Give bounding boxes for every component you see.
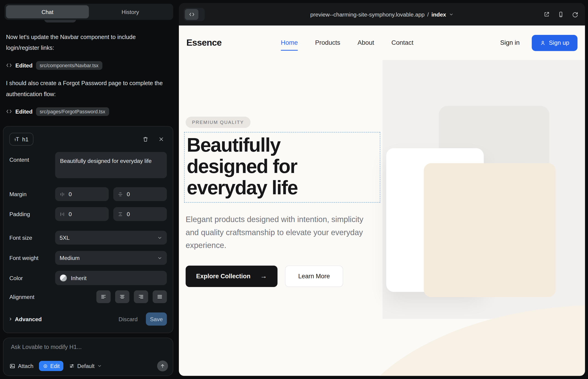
- font-weight-label: Font weight: [9, 255, 55, 261]
- explore-collection-button[interactable]: Explore Collection →: [186, 266, 278, 287]
- file-chip[interactable]: src/pages/ForgotPassword.tsx: [36, 107, 109, 116]
- alignment-label: Alignment: [9, 294, 55, 300]
- edited-file-row: Edited src/pages/ForgotPassword.tsx: [6, 106, 109, 117]
- edit-mode-button[interactable]: Edit: [39, 361, 63, 371]
- send-button[interactable]: [157, 360, 168, 371]
- mobile-view-icon[interactable]: [558, 11, 564, 17]
- hero-subtext: Elegant products designed with intention…: [186, 213, 369, 252]
- nav-link-about[interactable]: About: [357, 39, 374, 47]
- margin-horizontal-input[interactable]: 0: [55, 187, 109, 201]
- preview-frame: preview--charming-site-symphony.lovable.…: [179, 3, 585, 376]
- selected-element-outline[interactable]: Beautifully designed for everyday life: [184, 132, 380, 203]
- advanced-toggle[interactable]: › Advanced: [9, 315, 42, 323]
- decorative-card-beige: [424, 163, 556, 297]
- chat-panel: Chat History Now let's update the Navbar…: [0, 0, 179, 379]
- close-editor-button[interactable]: [156, 134, 167, 145]
- tab-history[interactable]: History: [89, 5, 172, 18]
- padding-horizontal-icon: [60, 211, 65, 217]
- site-navbar: Essence Home Products About Contact Sign…: [179, 25, 585, 60]
- code-icon: [6, 62, 12, 68]
- chat-message: I should also create a Forgot Password p…: [6, 78, 164, 99]
- url-separator: /: [427, 11, 429, 17]
- nav-link-contact[interactable]: Contact: [391, 39, 414, 47]
- app-window: Chat History Now let's update the Navbar…: [0, 0, 588, 379]
- learn-more-button[interactable]: Learn More: [285, 266, 343, 287]
- font-size-label: Font size: [9, 235, 55, 241]
- browser-bar: preview--charming-site-symphony.lovable.…: [179, 3, 585, 25]
- align-justify-button[interactable]: [153, 290, 167, 303]
- default-model-button[interactable]: Default: [69, 363, 102, 369]
- sign-in-link[interactable]: Sign in: [500, 39, 520, 47]
- code-icon: [6, 109, 12, 114]
- edited-label: Edited: [15, 108, 32, 115]
- chevron-down-icon: [157, 235, 162, 240]
- chat-composer: Attach Edit Default: [3, 338, 173, 376]
- composer-input[interactable]: [10, 343, 166, 351]
- refresh-icon[interactable]: [572, 11, 578, 17]
- padding-horizontal-input[interactable]: 0: [55, 207, 109, 221]
- margin-label: Margin: [9, 191, 55, 197]
- chevron-down-icon: [97, 364, 102, 368]
- padding-vertical-icon: [118, 211, 123, 217]
- element-tag-label: h1: [22, 136, 29, 142]
- edited-file-row: Edited src/components/Navbar.tsx: [6, 60, 102, 71]
- hero-headline[interactable]: Beautifully designed for everyday life: [185, 132, 329, 198]
- font-size-select[interactable]: 5XL: [55, 231, 167, 245]
- chevron-down-icon: [157, 255, 162, 261]
- margin-vertical-icon: [118, 191, 123, 197]
- premium-quality-badge: PREMIUM QUALITY: [186, 117, 250, 128]
- code-icon: [185, 9, 198, 20]
- discard-button[interactable]: Discard: [119, 316, 138, 322]
- margin-vertical-input[interactable]: 0: [113, 187, 167, 201]
- open-in-new-tab-icon[interactable]: [543, 11, 550, 17]
- arrow-right-icon: →: [260, 272, 267, 280]
- person-icon: [540, 40, 546, 46]
- element-tag-pill[interactable]: тT h1: [9, 133, 33, 146]
- preview-url: preview--charming-site-symphony.lovable.…: [310, 11, 425, 17]
- attach-button[interactable]: Attach: [9, 363, 33, 369]
- site-logo[interactable]: Essence: [186, 38, 222, 48]
- sliders-icon: [69, 363, 75, 369]
- color-select[interactable]: Inherit: [55, 271, 167, 285]
- align-right-button[interactable]: [134, 290, 148, 303]
- sign-up-button[interactable]: Sign up: [532, 35, 577, 51]
- color-label: Color: [9, 275, 55, 281]
- tab-chat[interactable]: Chat: [6, 5, 89, 18]
- edited-label: Edited: [15, 62, 32, 69]
- text-type-icon: тT: [14, 136, 19, 142]
- image-attach-icon: [9, 363, 15, 369]
- font-weight-select[interactable]: Medium: [55, 251, 167, 265]
- url-page: index: [431, 11, 446, 17]
- url-bar[interactable]: preview--charming-site-symphony.lovable.…: [310, 3, 454, 25]
- padding-vertical-input[interactable]: 0: [113, 207, 167, 221]
- chevron-down-icon: [449, 12, 454, 17]
- nav-link-home[interactable]: Home: [281, 39, 298, 51]
- content-label: Content: [9, 152, 55, 163]
- content-input[interactable]: Beautifully designed for everyday life: [55, 152, 167, 178]
- edit-target-icon: [43, 363, 48, 369]
- file-chip[interactable]: src/components/Navbar.tsx: [36, 61, 102, 70]
- save-button[interactable]: Save: [146, 312, 167, 325]
- panel-tabs: Chat History: [5, 4, 173, 20]
- chevron-right-icon: ›: [9, 315, 12, 323]
- padding-label: Padding: [9, 211, 55, 217]
- delete-element-button[interactable]: [140, 134, 151, 145]
- nav-link-products[interactable]: Products: [315, 39, 340, 47]
- code-view-toggle[interactable]: [184, 8, 205, 21]
- site-preview: Essence Home Products About Contact Sign…: [179, 25, 585, 376]
- element-editor-panel: тT h1 Content Beautifully designed for e…: [3, 126, 173, 333]
- color-swatch-icon: [60, 274, 67, 282]
- align-left-button[interactable]: [96, 290, 110, 303]
- margin-horizontal-icon: [60, 191, 65, 197]
- chat-message: Now let's update the Navbar component to…: [6, 32, 164, 53]
- align-center-button[interactable]: [115, 290, 129, 303]
